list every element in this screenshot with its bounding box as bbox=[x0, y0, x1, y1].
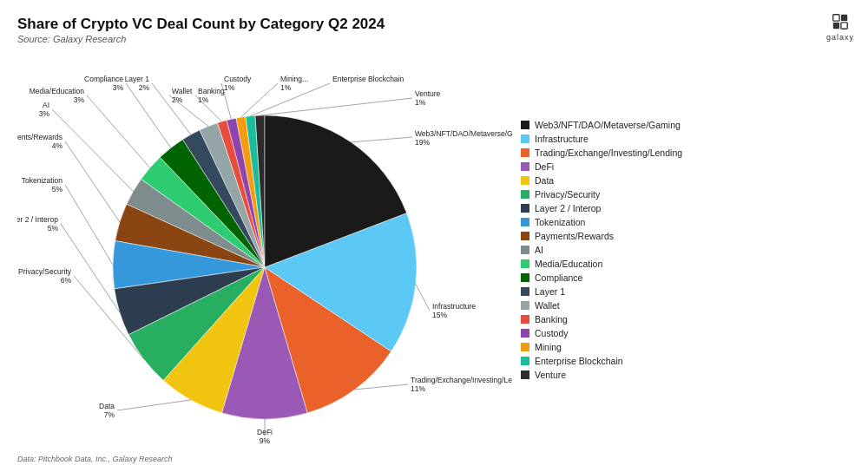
legend-label-banking: Banking bbox=[535, 314, 568, 324]
svg-text:2%: 2% bbox=[139, 83, 150, 92]
legend-item-banking: Banking bbox=[521, 314, 851, 324]
legend-item-media: Media/Education bbox=[521, 259, 851, 269]
legend-color-tokenization bbox=[521, 218, 529, 226]
svg-text:2%: 2% bbox=[172, 95, 183, 104]
legend-label-media: Media/Education bbox=[535, 259, 602, 269]
svg-text:Trading/Exchange/Investing/Len: Trading/Exchange/Investing/Lending bbox=[411, 376, 512, 384]
svg-text:15%: 15% bbox=[432, 311, 447, 319]
svg-text:4%: 4% bbox=[52, 141, 63, 150]
svg-text:AI: AI bbox=[43, 101, 49, 109]
svg-text:11%: 11% bbox=[411, 384, 425, 393]
legend-label-wallet: Wallet bbox=[535, 300, 560, 311]
galaxy-logo-text: galaxy bbox=[826, 33, 854, 42]
legend-item-privacy: Privacy/Security bbox=[521, 189, 851, 200]
legend-item-trading: Trading/Exchange/Investing/Lending bbox=[521, 148, 851, 158]
legend-item-compliance: Compliance bbox=[521, 272, 851, 283]
legend-item-ai: AI bbox=[521, 245, 851, 255]
chart-area: Web3/NFT/DAO/Metaverse/Gaming19%Infrastr… bbox=[17, 50, 512, 449]
svg-text:Media/Education: Media/Education bbox=[30, 87, 85, 95]
legend-color-venture bbox=[521, 370, 529, 379]
legend-item-defi: DeFi bbox=[521, 161, 851, 172]
svg-text:Layer 1: Layer 1 bbox=[125, 75, 150, 83]
legend-label-mining: Mining bbox=[535, 342, 562, 352]
svg-text:Payments/Rewards: Payments/Rewards bbox=[17, 133, 62, 141]
legend-color-enterprise bbox=[521, 357, 529, 365]
svg-line-6 bbox=[355, 384, 408, 390]
legend-item-layer1: Layer 1 bbox=[521, 286, 851, 297]
main-content: Web3/NFT/DAO/Metaverse/Gaming19%Infrastr… bbox=[17, 48, 851, 451]
legend-item-wallet: Wallet bbox=[521, 300, 851, 311]
legend-color-defi bbox=[521, 162, 529, 171]
legend-color-banking bbox=[521, 315, 529, 324]
legend-color-compliance bbox=[521, 273, 529, 282]
svg-rect-59 bbox=[841, 23, 847, 29]
svg-line-3 bbox=[416, 284, 430, 311]
svg-text:3%: 3% bbox=[39, 109, 50, 118]
legend-label-enterprise: Enterprise Blockchain bbox=[535, 356, 623, 366]
legend-item-data: Data bbox=[521, 175, 851, 186]
pie-chart: Web3/NFT/DAO/Metaverse/Gaming19%Infrastr… bbox=[17, 50, 512, 449]
svg-line-12 bbox=[117, 399, 191, 410]
svg-text:Venture: Venture bbox=[415, 89, 441, 98]
svg-text:Compliance: Compliance bbox=[84, 75, 123, 83]
svg-rect-56 bbox=[833, 15, 839, 21]
legend-color-data bbox=[521, 176, 529, 185]
svg-text:Data: Data bbox=[99, 402, 115, 410]
svg-line-27 bbox=[52, 109, 133, 192]
svg-rect-57 bbox=[841, 15, 847, 21]
svg-text:DeFi: DeFi bbox=[257, 428, 273, 436]
svg-text:7%: 7% bbox=[104, 410, 115, 419]
svg-text:Layer 2 / Interop: Layer 2 / Interop bbox=[17, 215, 58, 224]
legend-label-ai: AI bbox=[535, 245, 543, 255]
svg-line-21 bbox=[65, 185, 113, 265]
legend-item-enterprise: Enterprise Blockchain bbox=[521, 356, 851, 366]
source-label: Source: Galaxy Research bbox=[17, 34, 851, 44]
legend-label-infra: Infrastructure bbox=[535, 134, 589, 144]
legend-label-tokenization: Tokenization bbox=[535, 217, 585, 227]
legend-label-compliance: Compliance bbox=[535, 272, 582, 283]
svg-line-0 bbox=[351, 137, 412, 142]
galaxy-logo: galaxy bbox=[826, 12, 854, 42]
svg-text:1%: 1% bbox=[198, 95, 209, 104]
svg-text:3%: 3% bbox=[74, 95, 85, 104]
svg-line-33 bbox=[126, 83, 171, 148]
legend-label-privacy: Privacy/Security bbox=[535, 189, 600, 200]
legend-label-venture: Venture bbox=[535, 370, 566, 380]
legend-item-mining: Mining bbox=[521, 342, 851, 352]
legend-label-payments: Payments/Rewards bbox=[535, 231, 614, 241]
legend-color-mining bbox=[521, 343, 529, 351]
legend-label-defi: DeFi bbox=[535, 161, 554, 172]
legend: Web3/NFT/DAO/Metaverse/Gaming Infrastruc… bbox=[512, 120, 851, 380]
legend-label-data: Data bbox=[535, 175, 554, 186]
svg-text:Mining...: Mining... bbox=[280, 75, 308, 83]
svg-line-53 bbox=[260, 98, 412, 115]
svg-text:3%: 3% bbox=[113, 83, 124, 92]
svg-text:Enterprise Blockchain: Enterprise Blockchain bbox=[332, 75, 404, 83]
legend-item-payments: Payments/Rewards bbox=[521, 231, 851, 241]
svg-text:19%: 19% bbox=[415, 138, 430, 147]
footer-note: Data: Pitchbook Data, Inc., Galaxy Resea… bbox=[17, 455, 851, 463]
legend-color-custody bbox=[521, 329, 529, 338]
svg-text:9%: 9% bbox=[260, 436, 271, 445]
legend-color-wallet bbox=[521, 301, 529, 310]
legend-item-tokenization: Tokenization bbox=[521, 217, 851, 227]
legend-color-payments bbox=[521, 232, 529, 240]
svg-text:Privacy/Security: Privacy/Security bbox=[18, 267, 72, 276]
page-title: Share of Crypto VC Deal Count by Categor… bbox=[17, 16, 851, 33]
legend-item-web3: Web3/NFT/DAO/Metaverse/Gaming bbox=[521, 120, 851, 130]
svg-text:1%: 1% bbox=[415, 98, 426, 107]
legend-color-infra bbox=[521, 134, 529, 143]
legend-item-venture: Venture bbox=[521, 370, 851, 380]
svg-text:6%: 6% bbox=[61, 276, 72, 285]
galaxy-logo-icon bbox=[831, 12, 850, 31]
svg-text:Banking: Banking bbox=[198, 87, 225, 95]
svg-text:5%: 5% bbox=[52, 185, 63, 193]
svg-text:5%: 5% bbox=[48, 224, 59, 233]
svg-text:Tokenization: Tokenization bbox=[22, 176, 63, 185]
svg-line-24 bbox=[65, 141, 120, 222]
legend-label-web3: Web3/NFT/DAO/Metaverse/Gaming bbox=[535, 120, 681, 130]
svg-text:Infrastructure: Infrastructure bbox=[432, 302, 476, 311]
header: Share of Crypto VC Deal Count by Categor… bbox=[17, 16, 851, 44]
svg-text:Custody: Custody bbox=[224, 75, 252, 83]
legend-color-layer2 bbox=[521, 204, 529, 213]
